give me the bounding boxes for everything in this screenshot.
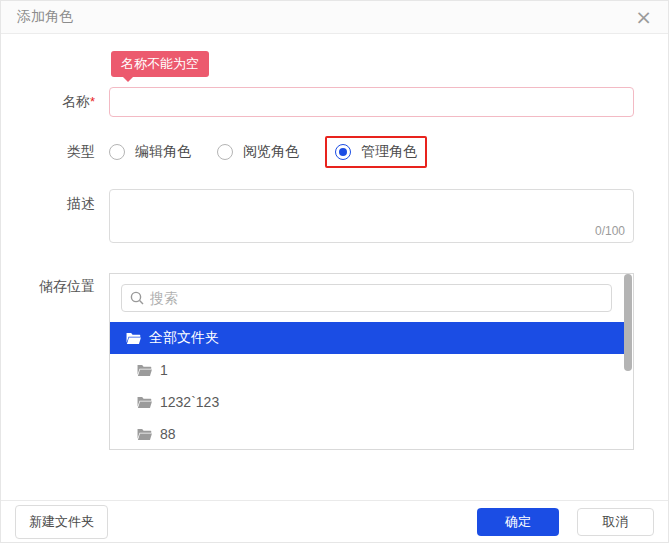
folder-list-item-all[interactable]: 全部文件夹 — [110, 322, 624, 354]
name-row: 名称* — [15, 87, 634, 117]
open-folder-icon — [137, 364, 152, 377]
scrollbar-thumb[interactable] — [624, 274, 632, 371]
folder-list-item[interactable]: 1 — [110, 354, 624, 386]
description-row: 描述 0/100 — [15, 189, 634, 243]
required-asterisk: * — [90, 94, 95, 109]
radio-admin-role[interactable]: 管理角色 — [335, 143, 417, 161]
dialog-title: 添加角色 — [17, 8, 73, 26]
dialog-body: 名称不能为空 名称* 类型 编辑角色 阅览角色 — [1, 34, 668, 450]
type-row: 类型 编辑角色 阅览角色 管理角色 — [15, 137, 634, 167]
folder-search-box[interactable] — [121, 284, 612, 312]
add-role-dialog: 添加角色 × 名称不能为空 名称* 类型 编辑角色 阅览角色 — [0, 0, 669, 543]
selected-type-highlight: 管理角色 — [325, 136, 427, 168]
cancel-button[interactable]: 取消 — [577, 508, 654, 536]
new-folder-button[interactable]: 新建文件夹 — [15, 505, 108, 539]
open-folder-icon — [137, 428, 152, 441]
radio-edit-role[interactable]: 编辑角色 — [109, 143, 191, 161]
radio-circle-icon[interactable] — [335, 144, 351, 160]
description-textarea[interactable] — [110, 190, 633, 242]
type-label: 类型 — [15, 143, 95, 161]
error-tooltip: 名称不能为空 — [111, 51, 209, 77]
folder-list: 全部文件夹 1 1232`123 — [110, 322, 624, 450]
footer-actions: 确定 取消 — [477, 508, 654, 536]
radio-circle-icon[interactable] — [217, 144, 233, 160]
description-label: 描述 — [15, 189, 95, 243]
storage-label: 储存位置 — [15, 273, 95, 450]
folder-list-item[interactable]: 88 — [110, 418, 624, 450]
folder-list-item[interactable]: 1232`123 — [110, 386, 624, 418]
name-label: 名称* — [15, 93, 95, 111]
close-icon[interactable]: × — [635, 7, 652, 27]
search-icon — [130, 291, 144, 305]
radio-circle-icon[interactable] — [109, 144, 125, 160]
name-input[interactable] — [109, 87, 634, 117]
confirm-button[interactable]: 确定 — [477, 508, 559, 536]
storage-row: 储存位置 全部文 — [15, 273, 634, 450]
open-folder-icon — [126, 332, 141, 345]
folder-picker-panel: 全部文件夹 1 1232`123 — [109, 273, 634, 450]
description-field: 0/100 — [109, 189, 634, 243]
open-folder-icon — [137, 396, 152, 409]
folder-search-input[interactable] — [150, 290, 603, 306]
dialog-footer: 新建文件夹 确定 取消 — [1, 500, 668, 542]
dialog-header: 添加角色 × — [1, 1, 668, 34]
error-tooltip-row: 名称不能为空 — [111, 51, 634, 79]
char-counter: 0/100 — [595, 224, 625, 238]
role-type-radio-group: 编辑角色 阅览角色 管理角色 — [109, 136, 634, 168]
radio-view-role[interactable]: 阅览角色 — [217, 143, 299, 161]
